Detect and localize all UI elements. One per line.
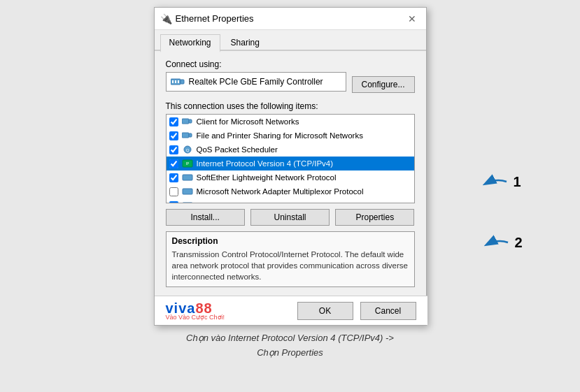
connection-items-label: This connection uses the following items…: [166, 101, 415, 111]
svg-rect-5: [182, 119, 189, 124]
adapter-box: Realtek PCIe GbE Family Controller: [166, 72, 346, 92]
svg-rect-13: [183, 175, 192, 180]
svg-text:Q: Q: [185, 148, 189, 152]
adapter-name: Realtek PCIe GbE Family Controller: [189, 77, 323, 87]
network-icon: [181, 131, 194, 140]
multiplexor-icon: [181, 187, 194, 196]
cancel-button[interactable]: Cancel: [360, 302, 416, 320]
arrow-2-svg: [483, 232, 511, 253]
annotation-wrapper: 🔌 Ethernet Properties ✕ Networking Shari…: [80, 7, 500, 326]
item-text-4: Internet Protocol Version 4 (TCP/IPv4): [197, 159, 334, 168]
annotation-num-1: 1: [513, 174, 521, 190]
configure-button[interactable]: Configure...: [352, 76, 415, 93]
ok-button[interactable]: OK: [297, 302, 353, 320]
instruction-text: Chọn vào Internet Protocol Version 4 (TC…: [186, 331, 394, 361]
logo-area: viva88 Vào Vào Cược Chơi! OK Cancel: [155, 296, 427, 325]
list-item[interactable]: Client for Microsoft Networks: [167, 115, 414, 129]
svg-text:IP: IP: [185, 161, 189, 166]
qos-icon: Q: [181, 145, 194, 154]
adapter-icon: [171, 76, 185, 87]
tab-sharing[interactable]: Sharing: [222, 34, 269, 51]
dialog-title: Ethernet Properties: [176, 13, 404, 24]
svg-rect-14: [183, 189, 192, 194]
list-item[interactable]: Microsoft Network Adapter Multiplexor Pr…: [167, 184, 414, 198]
item-checkbox-7[interactable]: [169, 201, 178, 204]
list-item[interactable]: Q QoS Packet Scheduler: [167, 143, 414, 157]
svg-rect-15: [183, 203, 192, 203]
svg-rect-4: [178, 80, 179, 83]
tab-networking[interactable]: Networking: [160, 34, 220, 52]
dialog-window: 🔌 Ethernet Properties ✕ Networking Shari…: [154, 7, 427, 326]
item-text-6: Microsoft Network Adapter Multiplexor Pr…: [197, 187, 364, 196]
footer-buttons: OK Cancel: [297, 302, 416, 320]
instruction-line1: Chọn vào Internet Protocol Version 4 (TC…: [186, 331, 394, 346]
logo-tagline: Vào Vào Cược Chơi!: [166, 314, 225, 321]
list-item[interactable]: Microsoft LLDP Protocol Driver: [167, 198, 414, 203]
tabs-container: Networking Sharing: [155, 30, 426, 51]
item-checkbox-1[interactable]: [169, 117, 178, 126]
svg-rect-8: [189, 133, 192, 137]
list-item[interactable]: File and Printer Sharing for Microsoft N…: [167, 129, 414, 143]
item-text-7: Microsoft LLDP Protocol Driver: [197, 201, 307, 203]
adapter-row: Realtek PCIe GbE Family Controller Confi…: [166, 72, 415, 97]
title-bar: 🔌 Ethernet Properties ✕: [155, 8, 426, 30]
description-text: Transmission Control Protocol/Internet P…: [172, 249, 409, 282]
logo-container: viva88 Vào Vào Cược Chơi!: [166, 300, 225, 321]
lldp-icon: [181, 201, 194, 203]
annotation-1: 1: [482, 171, 521, 192]
item-text-3: QoS Packet Scheduler: [197, 145, 278, 154]
item-text-1: Client for Microsoft Networks: [197, 117, 299, 126]
install-button[interactable]: Install...: [166, 209, 245, 226]
properties-button[interactable]: Properties: [335, 209, 414, 226]
action-buttons-row: Install... Uninstall Properties: [166, 209, 415, 226]
uninstall-button[interactable]: Uninstall: [250, 209, 330, 226]
description-title: Description: [172, 236, 409, 246]
item-text-5: SoftEther Lightweight Network Protocol: [197, 173, 337, 182]
item-checkbox-5[interactable]: [169, 173, 178, 182]
item-text-2: File and Printer Sharing for Microsoft N…: [197, 131, 363, 140]
close-button[interactable]: ✕: [404, 10, 420, 27]
connect-using-label: Connect using:: [166, 59, 415, 69]
item-checkbox-3[interactable]: [169, 145, 178, 154]
list-item-selected[interactable]: IP Internet Protocol Version 4 (TCP/IPv4…: [167, 157, 414, 170]
item-checkbox-2[interactable]: [169, 131, 178, 140]
softether-icon: [181, 173, 194, 182]
dialog-icon: 🔌: [160, 13, 171, 24]
annotation-2: 2: [483, 232, 522, 253]
description-section: Description Transmission Control Protoco…: [166, 231, 415, 287]
svg-rect-7: [182, 133, 189, 138]
item-checkbox-6[interactable]: [169, 187, 178, 196]
items-list[interactable]: Client for Microsoft Networks File and P…: [166, 114, 415, 203]
svg-rect-3: [175, 80, 176, 83]
annotation-num-2: 2: [514, 235, 522, 251]
tcp-icon: IP: [181, 159, 194, 168]
svg-rect-6: [189, 119, 192, 123]
svg-rect-2: [172, 80, 174, 83]
dialog-body: Connect using: Realtek PCIe: [155, 51, 426, 296]
svg-rect-1: [181, 80, 184, 84]
instruction-line2: Chọn Properties: [186, 346, 394, 361]
list-item[interactable]: SoftEther Lightweight Network Protocol: [167, 170, 414, 184]
network-icon: [181, 117, 194, 126]
item-checkbox-4[interactable]: [169, 159, 178, 168]
page-wrapper: 🔌 Ethernet Properties ✕ Networking Shari…: [0, 0, 580, 392]
arrow-1-svg: [482, 171, 510, 192]
